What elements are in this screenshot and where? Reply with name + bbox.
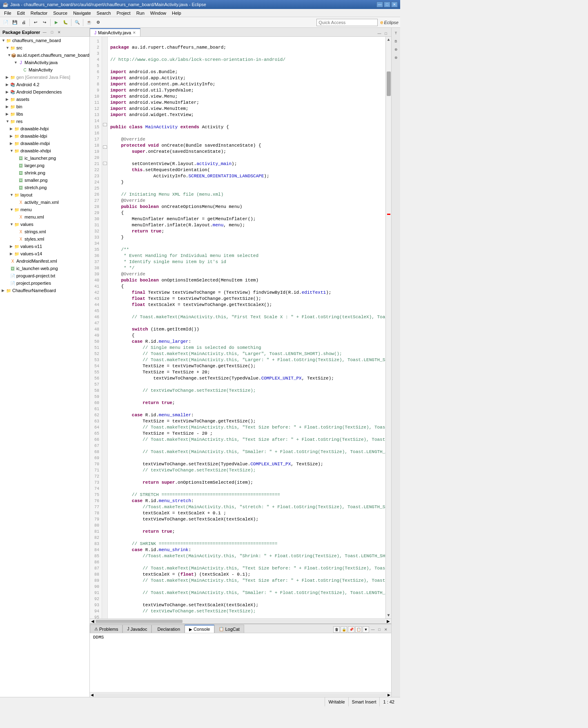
redo-button[interactable]: ↪ <box>40 18 49 27</box>
editor-maximize-btn[interactable]: □ <box>383 31 389 36</box>
tree-item-values-v14[interactable]: ▶ 📁 values-v14 <box>0 250 89 257</box>
bottom-hscroll-right[interactable]: ▶ <box>387 693 391 697</box>
bottom-maximize-btn[interactable]: □ <box>376 627 382 632</box>
tree-item-layout[interactable]: ▼ 📁 layout <box>0 191 89 199</box>
fold-marker-1[interactable]: − <box>103 123 107 126</box>
tree-item-res[interactable]: ▼ 📁 res <box>0 118 89 125</box>
tab-javadoc[interactable]: J Javadoc <box>122 625 151 633</box>
tree-item-ic-launcher-web[interactable]: 🖼 ic_launcher-web.png <box>0 265 89 272</box>
right-scrollbar[interactable]: ▲ ▼ <box>385 37 391 619</box>
undo-button[interactable]: ↩ <box>31 18 40 27</box>
console-scroll-btn[interactable]: 🔒 <box>341 626 347 633</box>
menu-edit[interactable]: Edit <box>15 10 27 16</box>
scroll-down-btn[interactable]: ▼ <box>386 612 390 619</box>
tab-logcat[interactable]: 📋 LogCat <box>214 625 244 633</box>
maximize-button[interactable]: □ <box>384 2 390 7</box>
console-copy-btn[interactable]: 📋 <box>355 626 362 633</box>
tree-item-proguard[interactable]: 📄 proguard-project.txt <box>0 272 89 279</box>
menu-file[interactable]: File <box>2 10 14 16</box>
bottom-close-btn[interactable]: ✕ <box>383 627 389 632</box>
tree-item-values[interactable]: ▼ 📁 values <box>0 221 89 228</box>
tree-item-project-props[interactable]: 📄 project.properties <box>0 279 89 287</box>
bottom-minimize-btn[interactable]: — <box>370 627 376 632</box>
tree-item-menu-xml[interactable]: X menu.xml <box>0 213 89 221</box>
perspective-java[interactable]: ☕ <box>85 18 93 27</box>
rs-btn-3[interactable]: ⊕ <box>392 46 400 53</box>
bottom-hscroll[interactable]: ◀ ▶ <box>90 619 391 623</box>
pe-maximize-btn[interactable]: □ <box>49 29 55 35</box>
menu-help[interactable]: Help <box>169 10 184 16</box>
bottom-hscroll-bar[interactable]: ◀ ▶ <box>90 692 391 697</box>
tree-item-drawable-xhdpi[interactable]: ▼ 📁 drawable-xhdpi <box>0 147 89 154</box>
hscroll-left-btn[interactable]: ◀ <box>90 619 96 623</box>
tree-item-values-v11[interactable]: ▶ 📁 values-v11 <box>0 243 89 250</box>
tree-item-pkg[interactable]: ▼ 📦 au.id.rupert.chauffeurs_name_board <box>0 51 89 59</box>
tree-item-shrink[interactable]: 🖼 shrink.png <box>0 169 89 176</box>
tree-item-drawable-mdpi[interactable]: ▶ 📁 drawable-mdpi <box>0 140 89 147</box>
tree-item-larger[interactable]: 🖼 larger.png <box>0 162 89 169</box>
scroll-up-btn[interactable]: ▲ <box>386 37 390 43</box>
editor-minimize-btn[interactable]: — <box>376 31 382 36</box>
tree-item-drawable-hdpi[interactable]: ▶ 📁 drawable-hdpi <box>0 125 89 132</box>
minimize-button[interactable]: — <box>376 2 383 7</box>
bottom-hscroll-left[interactable]: ◀ <box>90 693 94 697</box>
quick-access-input[interactable] <box>316 19 378 26</box>
run-button[interactable]: ▶ <box>52 18 60 27</box>
save-button[interactable]: 💾 <box>11 18 19 27</box>
fold-marker-3[interactable]: − <box>103 162 107 165</box>
tree-item-smaller[interactable]: 🖼 smaller.png <box>0 176 89 184</box>
rs-btn-4[interactable]: ⊗ <box>392 54 400 61</box>
print-button[interactable]: 🖨 <box>20 18 28 27</box>
code-editor[interactable]: 12345678910 11121314151617181920 2122232… <box>90 37 391 619</box>
tree-item-bin[interactable]: ▶ 📁 bin <box>0 103 89 110</box>
menu-window[interactable]: Window <box>148 10 169 16</box>
tree-item-android42[interactable]: ▶ 📚 Android 4.2 <box>0 81 89 88</box>
tree-item-stretch[interactable]: 🖼 stretch.png <box>0 184 89 191</box>
console-pin-btn[interactable]: 📌 <box>348 626 354 633</box>
scroll-thumb[interactable] <box>387 71 391 96</box>
menu-search[interactable]: Search <box>94 10 114 16</box>
pe-minimize-btn[interactable]: — <box>42 29 47 35</box>
tree-item-assets[interactable]: ▶ 📁 assets <box>0 96 89 103</box>
rs-btn-1[interactable]: T <box>392 29 400 37</box>
tree-item-chauffeurs[interactable]: ▼ 📁 chauffeurs_name_board <box>0 37 89 44</box>
tree-item-strings-xml[interactable]: X strings.xml <box>0 228 89 235</box>
tab-close-btn[interactable]: ✕ <box>133 31 136 35</box>
fold-marker-2[interactable]: − <box>103 145 107 149</box>
tree-item-activity-main-xml[interactable]: X activity_main.xml <box>0 199 89 206</box>
menu-refactor[interactable]: Refactor <box>28 10 50 16</box>
tree-item-main-class[interactable]: C MainActivity <box>0 66 89 74</box>
tree-item-gen[interactable]: ▶ 📁 gen [Generated Java Files] <box>0 74 89 81</box>
tree-item-android-manifest[interactable]: X AndroidManifest.xml <box>0 257 89 265</box>
close-button[interactable]: ✕ <box>391 2 398 7</box>
tab-console[interactable]: ▶ Console <box>185 625 214 633</box>
tree-item-chauffeurs-board[interactable]: ▶ 📁 ChauffeurNameBoard <box>0 287 89 294</box>
menu-source[interactable]: Source <box>51 10 70 16</box>
tree-item-drawable-ldpi[interactable]: ▶ 📁 drawable-ldpi <box>0 132 89 140</box>
tree-item-libs[interactable]: ▶ 📁 libs <box>0 110 89 118</box>
tab-declaration[interactable]: Declaration <box>151 625 185 633</box>
code-content[interactable]: package au.id.rupert.chauffeurs_name_boa… <box>108 37 385 619</box>
tab-problems[interactable]: ⚠ Problems <box>90 625 122 633</box>
debug-button[interactable]: 🐛 <box>61 18 69 27</box>
tree-item-src[interactable]: ▼ 📁 src <box>0 44 89 51</box>
tree-item-android-deps[interactable]: ▶ 📚 Android Dependencies <box>0 88 89 96</box>
rs-btn-2[interactable]: B <box>392 38 400 45</box>
new-button[interactable]: 📄 <box>2 18 10 27</box>
search-button[interactable]: 🔍 <box>73 18 81 27</box>
tree-item-styles-xml[interactable]: X styles.xml <box>0 235 89 243</box>
tree-item-ic-launcher[interactable]: 🖼 ic_launcher.png <box>0 154 89 162</box>
menu-run[interactable]: Run <box>134 10 147 16</box>
menu-navigate[interactable]: Navigate <box>71 10 93 16</box>
tree-item-menu[interactable]: ▼ 📁 menu <box>0 206 89 213</box>
tab-main-activity[interactable]: J MainActivity.java ✕ <box>90 28 140 36</box>
hscroll-thumb[interactable] <box>96 620 183 623</box>
console-clear-btn[interactable]: 🗑 <box>333 626 340 633</box>
pe-close-btn[interactable]: ✕ <box>56 29 62 35</box>
tree-item-main-java[interactable]: ▼ J MainActivity.java <box>0 59 89 66</box>
console-viewmenu-btn[interactable]: ▼ <box>363 626 369 633</box>
perspective-debug[interactable]: ⚙ <box>94 18 102 27</box>
position-text: 1 : 42 <box>383 699 394 704</box>
hscroll-right-btn[interactable]: ▶ <box>385 619 391 623</box>
menu-project[interactable]: Project <box>114 10 133 16</box>
